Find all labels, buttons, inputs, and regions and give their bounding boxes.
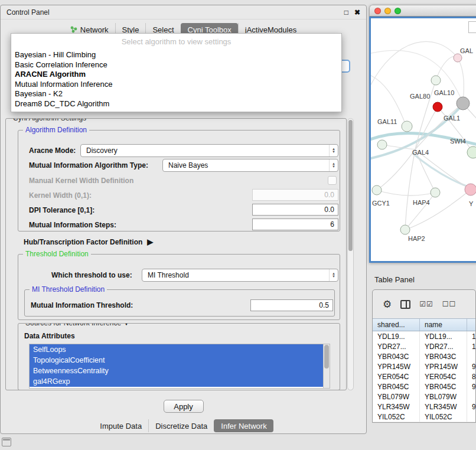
- network-scroll-corner: [468, 21, 476, 33]
- network-node[interactable]: [372, 185, 382, 195]
- manual-kernel-width-label: Manual Kernel Width Definition: [29, 177, 133, 185]
- network-edge: [415, 107, 438, 149]
- which-threshold-combobox[interactable]: MI Threshold ▲▼: [142, 269, 338, 282]
- node-label: HAP2: [408, 235, 425, 242]
- table-row[interactable]: YIL052CYIL052C: [373, 412, 475, 422]
- table-toolbar: ⚙ ☑☑ ☐☐: [373, 290, 475, 318]
- list-scrollbar[interactable]: [323, 344, 330, 388]
- algorithm-option[interactable]: Bayesian - Hill Climbing: [11, 50, 341, 60]
- table-cell: YIL052C: [420, 412, 467, 422]
- table-cell: YPR145W: [373, 361, 420, 371]
- network-node[interactable]: [465, 184, 476, 195]
- settings-scrollbar[interactable]: [347, 118, 354, 390]
- table-cell: [467, 412, 475, 422]
- kernel-width-input[interactable]: 0.0: [252, 189, 338, 201]
- table-cell: YIL052C: [373, 412, 420, 422]
- column-header[interactable]: name: [420, 319, 467, 331]
- tab-infer-network[interactable]: Infer Network: [214, 419, 273, 432]
- columns-icon[interactable]: [400, 300, 410, 309]
- algorithm-option[interactable]: Mutual Information Inference: [11, 80, 341, 90]
- network-node[interactable]: [454, 54, 462, 62]
- network-node[interactable]: [400, 225, 410, 234]
- tab-discretize-data[interactable]: Discretize Data: [148, 419, 214, 432]
- tab-label: Infer Network: [221, 422, 266, 431]
- table-cell: YDR27...: [420, 341, 467, 351]
- close-traffic-icon[interactable]: [374, 8, 381, 14]
- zoom-traffic-icon[interactable]: [395, 8, 401, 14]
- network-node[interactable]: [431, 188, 440, 197]
- close-icon[interactable]: ✖: [354, 8, 360, 17]
- bottom-tabbar: Impute DataDiscretize DataInfer Network: [1, 419, 366, 432]
- attribute-list-item[interactable]: TopologicalCoefficient: [30, 355, 323, 366]
- table-cell: YBL079W: [420, 392, 467, 402]
- algorithm-option[interactable]: ARACNE Algorithm: [11, 70, 341, 80]
- table-row[interactable]: YDR27...YDR27...12: [373, 341, 475, 351]
- network-node[interactable]: [377, 140, 387, 149]
- node-label: GAL: [460, 47, 473, 54]
- float-window-icon[interactable]: □: [344, 8, 348, 17]
- attribute-list-item[interactable]: BetweennessCentrality: [30, 366, 323, 376]
- mi-algorithm-type-combobox[interactable]: Naive Bayes ▲▼: [162, 159, 338, 172]
- network-node[interactable]: [431, 76, 441, 85]
- table-cell: YBL079W: [373, 392, 420, 402]
- sources-title[interactable]: Sources for Network Inference▼: [23, 323, 132, 327]
- table-cell: YER054C: [420, 371, 467, 381]
- docked-panel-icon[interactable]: [2, 438, 11, 446]
- node-label: GAL10: [434, 89, 454, 96]
- node-label: Y: [469, 200, 474, 207]
- algorithm-option[interactable]: Bayesian - K2: [11, 89, 341, 99]
- network-node[interactable]: [433, 102, 442, 112]
- dpi-tolerance-input[interactable]: 0.0: [252, 204, 338, 216]
- algorithm-option[interactable]: Basic Correlation Inference: [11, 60, 341, 70]
- aracne-mode-combobox[interactable]: Discovery ▲▼: [80, 144, 338, 157]
- table-row[interactable]: YBR043CYBR043C: [373, 351, 475, 361]
- network-canvas[interactable]: GALGAL80GAL10GAL11GAL1SWI4GAL4GCY1HAP4YH…: [369, 17, 476, 263]
- table-cell: 8.: [467, 371, 475, 381]
- network-node[interactable]: [402, 121, 412, 132]
- mi-threshold-group: MI Threshold Definition Mutual Informati…: [24, 289, 335, 317]
- apply-button[interactable]: Apply: [164, 400, 204, 413]
- select-all-icon[interactable]: ☑☑: [419, 300, 433, 308]
- network-node[interactable]: [467, 146, 476, 158]
- network-edge: [458, 58, 464, 103]
- hub-definition-toggle[interactable]: Hub/Transcription Factor Definition ▶: [24, 237, 153, 246]
- table-cell: YLR345W: [373, 402, 420, 412]
- manual-kernel-width-checkbox[interactable]: [328, 176, 337, 185]
- table-panel-title: Table Panel: [374, 275, 415, 284]
- table-row[interactable]: YLR345WYLR345W9.: [373, 402, 475, 412]
- table-cell: 12: [467, 341, 475, 351]
- mi-steps-input[interactable]: 6: [252, 219, 338, 230]
- network-window-titlebar[interactable]: [369, 5, 476, 17]
- attribute-list-item[interactable]: gal4RGexp: [30, 376, 323, 387]
- table-cell: YBR043C: [373, 351, 420, 361]
- table-row[interactable]: YER054CYER054C8.: [373, 371, 475, 381]
- table-cell: YDL19...: [420, 331, 467, 341]
- network-edge: [415, 80, 436, 149]
- tab-impute-data[interactable]: Impute Data: [93, 419, 148, 432]
- table-row[interactable]: YPR145WYPR145W9.: [373, 361, 475, 371]
- network-node[interactable]: [457, 97, 470, 110]
- control-panel-window: Control Panel □ ✖ NetworkStyleSelectCyni…: [0, 5, 367, 434]
- control-panel-title: Control Panel: [6, 8, 50, 17]
- deselect-all-icon[interactable]: ☐☐: [442, 300, 457, 308]
- mi-threshold-input[interactable]: 0.5: [250, 299, 333, 311]
- column-header[interactable]: [467, 319, 475, 331]
- node-label: GAL11: [377, 118, 397, 125]
- algorithm-option[interactable]: Dream8 DC_TDC Algorithm: [11, 99, 341, 109]
- minimize-traffic-icon[interactable]: [384, 8, 391, 14]
- sources-group: Sources for Network Inference▼ Data Attr…: [18, 323, 340, 390]
- table-cell: YDR27...: [373, 341, 420, 351]
- network-view-window: GALGAL80GAL10GAL11GAL1SWI4GAL4GCY1HAP4YH…: [369, 5, 476, 263]
- network-edge: [405, 193, 435, 230]
- column-header[interactable]: shared...: [373, 319, 420, 331]
- algorithm-dropdown: Select algorithm to view settings Bayesi…: [11, 33, 342, 112]
- gear-icon[interactable]: ⚙: [383, 298, 392, 311]
- settings-group-title: Cyni Algorithm Settings: [11, 118, 89, 122]
- dpi-tolerance-label: DPI Tolerance [0,1]:: [29, 206, 94, 214]
- attribute-list-item[interactable]: SelfLoops: [30, 344, 323, 355]
- table-row[interactable]: YBL079WYBL079W: [373, 392, 475, 402]
- network-edge: [371, 41, 458, 89]
- table-row[interactable]: YBR045CYBR045C9.: [373, 381, 475, 392]
- table-cell: YBR045C: [420, 381, 467, 392]
- table-row[interactable]: YDL19...YDL19...13: [373, 331, 475, 341]
